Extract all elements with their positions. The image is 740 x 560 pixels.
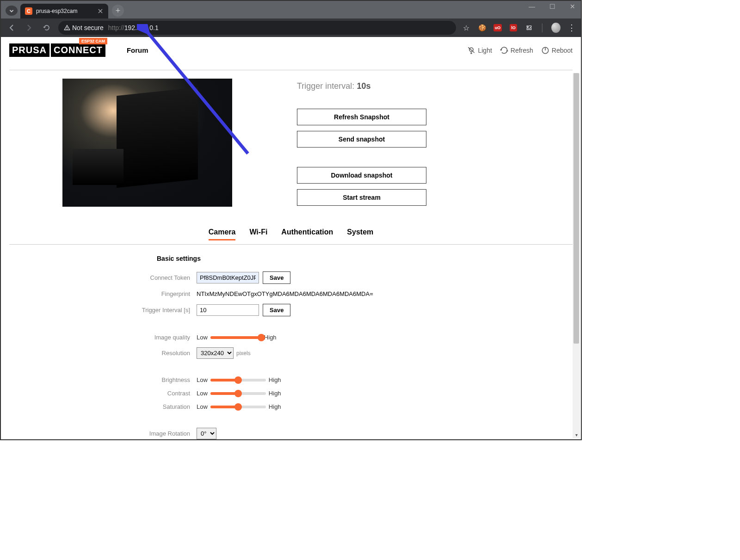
- send-snapshot-button[interactable]: Send snapshot: [297, 131, 426, 148]
- camera-snapshot: [62, 79, 232, 207]
- browser-tab[interactable]: C prusa-esp32cam: [20, 4, 108, 18]
- forum-link[interactable]: Forum: [127, 46, 148, 54]
- image-quality-label: Image quality: [124, 334, 197, 341]
- resolution-select[interactable]: 320x240: [197, 347, 234, 359]
- resolution-suffix: pixels: [236, 350, 251, 357]
- bookmark-star-icon[interactable]: ☆: [462, 23, 471, 32]
- light-button[interactable]: Light: [467, 46, 492, 55]
- resolution-label: Resolution: [124, 350, 197, 357]
- reboot-button[interactable]: Reboot: [541, 46, 573, 55]
- basic-settings-title: Basic settings: [157, 255, 457, 262]
- logo[interactable]: PRUSA CONNECT ESP32 CAM: [9, 43, 105, 57]
- url-input[interactable]: Not secure http://192.168.0.1: [58, 21, 456, 35]
- trigger-interval-label: Trigger Interval [s]: [124, 307, 197, 314]
- logo-tag: ESP32 CAM: [79, 38, 107, 44]
- image-quality-slider[interactable]: [210, 336, 261, 339]
- tab-wifi[interactable]: Wi-Fi: [249, 225, 267, 240]
- rotation-label: Image Rotation: [124, 430, 197, 437]
- trigger-interval-label: Trigger interval: 10s: [297, 81, 473, 91]
- window-close-icon[interactable]: ✕: [568, 3, 577, 10]
- tab-favicon-icon: C: [25, 7, 32, 15]
- tab-system[interactable]: System: [347, 225, 373, 240]
- new-tab-button[interactable]: +: [112, 5, 124, 17]
- browser-menu-icon[interactable]: ⋮: [567, 23, 576, 32]
- scrollbar-thumb[interactable]: [574, 73, 579, 344]
- tab-camera[interactable]: Camera: [209, 225, 236, 240]
- trigger-interval-save-button[interactable]: Save: [263, 304, 290, 316]
- brightness-label: Brightness: [124, 376, 197, 383]
- browser-tabs-bar: C prusa-esp32cam + — ☐ ✕: [1, 1, 581, 18]
- tab-close-icon[interactable]: [97, 8, 104, 14]
- contrast-label: Contrast: [124, 390, 197, 397]
- tabs-separator: [9, 244, 573, 245]
- extension-cookie-icon[interactable]: 🍪: [477, 23, 487, 32]
- nav-forward-button[interactable]: [23, 22, 35, 34]
- extension-ublock-icon[interactable]: uO: [493, 23, 502, 32]
- scrollbar-down-icon[interactable]: ▾: [573, 431, 580, 438]
- profile-avatar-icon[interactable]: [551, 23, 561, 32]
- fingerprint-label: Fingerprint: [124, 290, 197, 297]
- browser-address-bar: Not secure http://192.168.0.1 ☆ 🍪 uO lO …: [1, 18, 581, 37]
- download-snapshot-button[interactable]: Download snapshot: [297, 167, 426, 184]
- connect-token-save-button[interactable]: Save: [263, 271, 290, 284]
- saturation-slider[interactable]: [210, 406, 266, 408]
- window-maximize-icon[interactable]: ☐: [548, 3, 557, 10]
- connect-token-label: Connect Token: [124, 274, 197, 281]
- refresh-button[interactable]: Refresh: [500, 46, 533, 55]
- brightness-slider[interactable]: [210, 379, 266, 382]
- header-separator: [9, 70, 573, 70]
- not-secure-label: Not secure: [72, 24, 104, 31]
- fingerprint-value: NTIxMzMyNDEwOTgxOTYgMDA6MDA6MDA6MDA6MDA6…: [197, 290, 373, 297]
- svg-point-1: [67, 29, 68, 30]
- rotation-select[interactable]: 0°: [197, 428, 216, 439]
- window-minimize-icon[interactable]: —: [527, 3, 536, 10]
- connect-token-input[interactable]: [197, 272, 259, 283]
- extension-lastpass-icon[interactable]: lO: [509, 23, 518, 32]
- nav-reload-button[interactable]: [41, 22, 53, 34]
- settings-tabs: Camera Wi-Fi Authentication System: [9, 225, 573, 240]
- vertical-scrollbar[interactable]: ▾: [573, 73, 580, 438]
- refresh-snapshot-button[interactable]: Refresh Snapshot: [297, 109, 426, 125]
- contrast-slider[interactable]: [210, 392, 266, 395]
- tab-authentication[interactable]: Authentication: [281, 225, 333, 240]
- nav-back-button[interactable]: [6, 22, 18, 34]
- tab-search-button[interactable]: [6, 6, 18, 16]
- start-stream-button[interactable]: Start stream: [297, 189, 426, 206]
- url-text: http://192.168.0.1: [108, 24, 159, 31]
- not-secure-badge[interactable]: Not secure: [64, 24, 104, 31]
- tab-title: prusa-esp32cam: [36, 8, 93, 14]
- trigger-interval-input[interactable]: [197, 304, 259, 316]
- saturation-label: Saturation: [124, 403, 197, 410]
- extensions-puzzle-icon[interactable]: [524, 23, 534, 32]
